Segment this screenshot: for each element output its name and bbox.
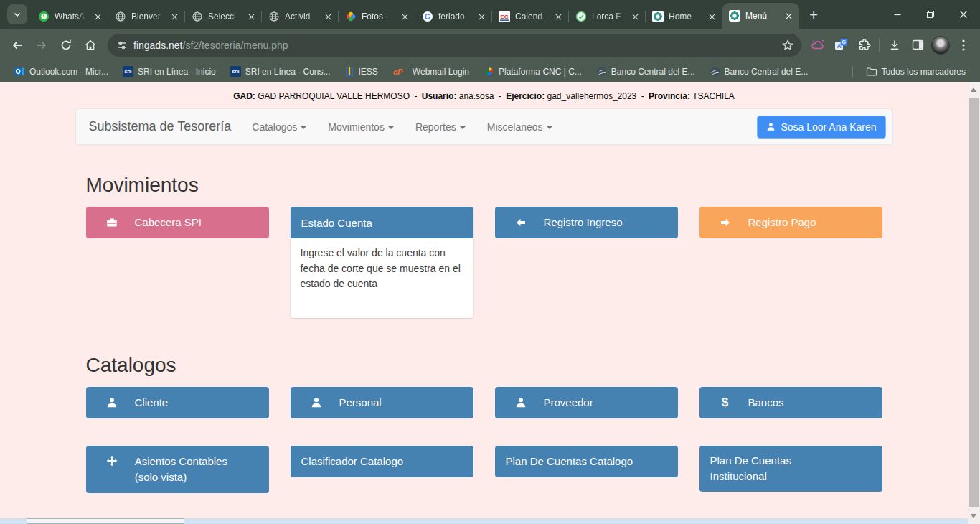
menu-movimientos[interactable]: Movimientos (317, 109, 405, 144)
profile-avatar[interactable] (930, 34, 951, 56)
ec-calendar-icon: EC (499, 11, 510, 22)
bookmark-banco-central-1[interactable]: Banco Central del E... (590, 64, 701, 79)
tab-close-icon[interactable] (169, 11, 180, 22)
menu-reportes[interactable]: Reportes (405, 109, 476, 144)
tab-feriados[interactable]: G feriado (415, 4, 492, 29)
side-panel-icon[interactable] (907, 34, 928, 56)
panel-header-label: Estado Cuenta (301, 217, 372, 229)
scroll-down-icon[interactable] (971, 514, 976, 518)
tab-lorca[interactable]: Lorca E (569, 4, 646, 29)
user-button-label: Sosa Loor Ana Karen (781, 121, 876, 133)
downloads-icon[interactable] (884, 34, 905, 56)
cliente-button[interactable]: Cliente (86, 387, 269, 418)
asientos-contables-button[interactable]: Asientos Contables (solo vista) (86, 446, 269, 493)
arrow-left-icon (515, 217, 527, 228)
tab-close-icon[interactable] (322, 11, 334, 22)
button-label: Cabecera SPI (135, 215, 202, 230)
translate-icon[interactable]: AG (830, 34, 852, 56)
bookmarks-separator (852, 66, 853, 78)
scroll-up-icon[interactable] (971, 88, 976, 92)
personal-button[interactable]: Personal (291, 387, 473, 418)
estado-cuenta-button[interactable]: Estado Cuenta (291, 207, 473, 238)
tab-title: Home (669, 11, 701, 22)
vertical-scrollbar[interactable] (968, 82, 980, 524)
tab-close-icon[interactable] (245, 11, 257, 22)
bookmark-star-icon[interactable] (781, 39, 794, 52)
window-controls (881, 0, 980, 29)
tab-close-icon[interactable] (783, 10, 794, 22)
bookmark-cnc[interactable]: Plataforma CNC | C... (478, 64, 588, 79)
move-icon (106, 455, 118, 467)
tab-close-icon[interactable] (552, 11, 564, 22)
proveedor-button[interactable]: Proveedor (495, 387, 678, 418)
tab-search-button[interactable] (7, 4, 27, 24)
bookmark-iess[interactable]: IESS (339, 64, 384, 79)
caret-down-icon (388, 126, 394, 129)
arrow-right-icon (720, 217, 731, 228)
all-bookmarks-label: Todos los marcadores (882, 67, 966, 77)
plan-cuentas-institucional-button[interactable]: Plan De Cuentas Institucional (699, 446, 882, 492)
address-bar[interactable]: fingads.net/sf2/tesoreria/menu.php (108, 34, 801, 57)
tab-close-icon[interactable] (629, 11, 641, 22)
dark-globe-icon (596, 66, 607, 77)
reload-button[interactable] (55, 34, 77, 57)
home-button[interactable] (79, 34, 102, 57)
site-navbar: Subsistema de Tesorería Catalogos Movimi… (75, 108, 893, 145)
registro-pago-button[interactable]: Registro Pago (699, 207, 882, 238)
briefcase-icon (106, 217, 118, 228)
bancos-button[interactable]: $ Bancos (699, 387, 882, 418)
lorca-icon (575, 11, 587, 22)
tab-bienvenido[interactable]: Bienver (108, 4, 185, 29)
cabecera-spi-button[interactable]: Cabecera SPI (86, 207, 269, 238)
tab-actividades[interactable]: Activid (262, 4, 339, 29)
tab-close-icon[interactable] (399, 11, 410, 22)
vertical-scrollbar-thumb[interactable] (969, 98, 979, 507)
tab-menu-active[interactable]: Menú (722, 3, 799, 29)
tab-close-icon[interactable] (92, 11, 103, 22)
clasificador-catalogo-button[interactable]: Clasificador Catalogo (291, 446, 473, 477)
bookmark-webmail[interactable]: cP Webmail Login (387, 64, 475, 79)
browser-menu-button[interactable] (953, 34, 974, 56)
extension-cloud-icon[interactable] (807, 34, 829, 56)
tab-home[interactable]: Home (646, 4, 722, 29)
user-button[interactable]: Sosa Loor Ana Karen (757, 116, 885, 139)
extensions-puzzle-icon[interactable] (853, 34, 875, 56)
info-value-usuario: ana.sosa (459, 91, 494, 101)
new-tab-button[interactable]: + (804, 5, 824, 25)
minimize-button[interactable] (881, 0, 914, 29)
close-window-button[interactable] (947, 0, 980, 29)
horizontal-scrollbar[interactable] (0, 518, 968, 524)
tab-calendario[interactable]: EC Calend (492, 4, 569, 29)
button-label: Clasificador Catalogo (301, 454, 404, 469)
back-button[interactable] (6, 34, 29, 57)
registro-ingreso-button[interactable]: Registro Ingreso (495, 207, 678, 238)
outlook-icon (14, 66, 25, 77)
close-icon (959, 10, 968, 19)
catalogos-grid-row2: Asientos Contables (solo vista) Clasific… (86, 446, 882, 493)
tab-whatsapp[interactable]: WhatsA (32, 4, 108, 29)
horizontal-scrollbar-thumb[interactable] (27, 518, 184, 524)
reload-icon (60, 39, 72, 52)
tab-fotos[interactable]: Fotos - (339, 4, 415, 29)
bookmark-sri-consultas[interactable]: SRI SRI en Línea - Cons... (225, 64, 336, 79)
bookmark-sri-inicio[interactable]: SRI SRI en Línea - Inicio (117, 64, 222, 79)
tab-title: WhatsA (55, 11, 87, 22)
web-page: GAD: GAD PARROQUIAL VALLE HERMOSO - Usua… (0, 82, 980, 524)
bookmark-banco-central-2[interactable]: Banco Central del E... (704, 64, 814, 79)
plan-cuentas-catalogo-button[interactable]: Plan De Cuentas Catalogo (495, 446, 678, 477)
menu-catalogos[interactable]: Catalogos (241, 109, 317, 144)
restore-button[interactable] (914, 0, 947, 29)
restore-icon (926, 10, 935, 19)
menu-miscelaneos[interactable]: Miscelaneos (476, 109, 563, 144)
tab-title: Menú (745, 11, 778, 21)
tab-seleccionar[interactable]: Selecci (185, 4, 262, 29)
forward-button[interactable] (30, 34, 53, 57)
tab-title: Calend (515, 11, 547, 22)
site-info-icon[interactable] (116, 39, 128, 51)
tab-close-icon[interactable] (706, 11, 717, 22)
bookmark-outlook[interactable]: Outlook.com - Micr... (9, 64, 114, 79)
bookmark-label: Banco Central del E... (611, 67, 695, 77)
tab-close-icon[interactable] (476, 11, 487, 22)
cpanel-icon: cP (392, 66, 408, 77)
all-bookmarks-button[interactable]: Todos los marcadores (860, 65, 971, 79)
